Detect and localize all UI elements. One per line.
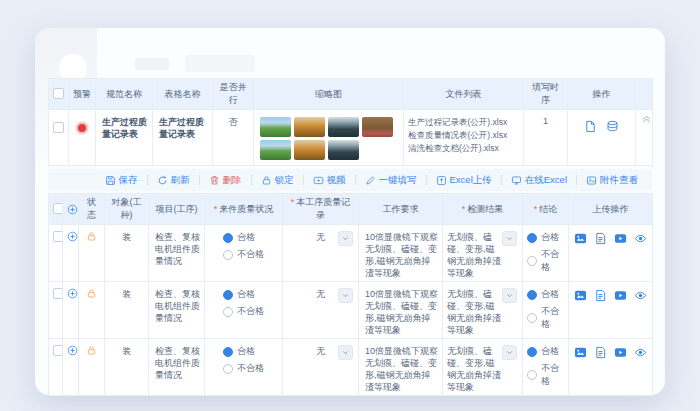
lock-status-icon <box>86 345 97 356</box>
toolbar-divider <box>576 175 577 185</box>
radio-pass[interactable]: 合格 <box>527 231 559 244</box>
upload-video-icon[interactable] <box>614 232 627 245</box>
add-row-icon[interactable] <box>67 288 78 299</box>
header-warning: 预警 <box>69 79 96 110</box>
radio-selected-icon <box>223 290 233 300</box>
preview-eye-icon[interactable] <box>634 232 647 245</box>
excel-upload-button[interactable]: Excel上传 <box>436 174 492 187</box>
radio-fail[interactable]: 不合格 <box>527 362 564 388</box>
upload-image-icon[interactable] <box>574 289 587 302</box>
thumbnail-image[interactable] <box>294 117 325 137</box>
process-record-dropdown[interactable]: 无 <box>287 288 354 302</box>
radio-pass[interactable]: 合格 <box>527 288 559 301</box>
chevron-down-icon[interactable] <box>338 345 353 360</box>
header-thumbnail: 缩略图 <box>254 79 404 110</box>
upload-image-icon[interactable] <box>574 232 587 245</box>
layers-operation-icon[interactable] <box>606 120 619 133</box>
file-link[interactable]: 清洗检查文档(公开).xlsx <box>408 142 519 155</box>
process-record-dropdown[interactable]: 无 <box>287 231 354 245</box>
radio-unselected-icon <box>527 313 537 323</box>
add-row-icon[interactable] <box>67 345 78 356</box>
conclusion-cell: 合格 不合格 <box>523 225 569 282</box>
row-checkbox[interactable] <box>53 122 64 133</box>
row-checkbox[interactable] <box>53 231 63 242</box>
chevron-down-icon[interactable] <box>338 288 353 303</box>
spec-table: 预警 规范名称 表格名称 是否并行 缩略图 文件列表 填写时序 操作 生产过程质… <box>48 78 653 166</box>
file-list-cell: 生产过程记录表(公开).xlsx 检查质量情况表(公开).xlsx 清洗检查文档… <box>404 110 524 166</box>
radio-pass[interactable]: 合格 <box>223 231 255 244</box>
thumbnail-image[interactable] <box>328 140 359 160</box>
upload-video-icon[interactable] <box>614 289 627 302</box>
video-button[interactable]: 视频 <box>313 174 346 187</box>
table-row: 装 检查、复核电机组件质量情况 合格 不合格 无 10 <box>49 282 653 339</box>
select-all-checkbox[interactable] <box>53 88 64 99</box>
radio-unselected-icon <box>223 250 233 260</box>
thumbnail-image[interactable] <box>260 140 291 160</box>
background-ghost-bar <box>185 55 255 72</box>
incoming-quality-radio-group: 合格 不合格 <box>223 345 264 375</box>
radio-fail[interactable]: 不合格 <box>223 305 264 318</box>
upload-document-icon[interactable] <box>594 346 607 359</box>
table-row: 装 检查、复核电机组件质量情况 合格 不合格 无 10 <box>49 225 653 282</box>
preview-eye-icon[interactable] <box>634 346 647 359</box>
delete-button[interactable]: 删除 <box>209 174 242 187</box>
chevron-down-icon[interactable] <box>502 288 517 303</box>
file-link[interactable]: 检查质量情况表(公开).xlsx <box>408 129 519 142</box>
attachment-view-button[interactable]: 附件查看 <box>586 174 638 187</box>
project-cell: 检查、复核电机组件质量情况 <box>149 225 205 282</box>
collapse-up-icon[interactable] <box>640 112 653 125</box>
test-result-dropdown[interactable]: 无划痕、磕碰、变形,磁钢无崩角掉渣等现象 <box>447 345 518 393</box>
refresh-button[interactable]: 刷新 <box>157 174 190 187</box>
toolbar-divider <box>251 175 252 185</box>
radio-fail[interactable]: 不合格 <box>527 248 564 274</box>
radio-pass[interactable]: 合格 <box>223 288 255 301</box>
select-all-checkbox[interactable] <box>53 203 63 214</box>
worker-type-cell: 装 <box>105 225 149 282</box>
chevron-down-icon[interactable] <box>338 231 353 246</box>
radio-selected-icon <box>223 347 233 357</box>
add-row-icon[interactable] <box>67 231 78 242</box>
header-project: 项目(工序) <box>149 194 205 225</box>
process-record-cell: 无 <box>283 225 359 282</box>
thumbnail-image[interactable] <box>260 117 291 137</box>
upload-document-icon[interactable] <box>594 232 607 245</box>
toolbar-divider <box>147 175 148 185</box>
test-result-dropdown[interactable]: 无划痕、磕碰、变形,磁钢无崩角掉渣等现象 <box>447 288 518 336</box>
add-row-icon[interactable] <box>67 204 78 215</box>
thumbnail-image[interactable] <box>294 140 325 160</box>
preview-eye-icon[interactable] <box>634 289 647 302</box>
incoming-quality-radio-group: 合格 不合格 <box>223 231 264 261</box>
thumbnail-image[interactable] <box>362 117 393 137</box>
save-button[interactable]: 保存 <box>105 174 138 187</box>
file-operation-icon[interactable] <box>584 120 597 133</box>
lock-button[interactable]: 锁定 <box>261 174 294 187</box>
radio-pass[interactable]: 合格 <box>223 345 255 358</box>
upload-document-icon[interactable] <box>594 289 607 302</box>
one-click-fill-button[interactable]: 一键填写 <box>365 174 417 187</box>
test-result-dropdown[interactable]: 无划痕、磕碰、变形,磁钢无崩角掉渣等现象 <box>447 231 518 279</box>
upload-operations-cell <box>569 225 653 282</box>
row-checkbox[interactable] <box>53 345 63 356</box>
upload-image-icon[interactable] <box>574 346 587 359</box>
upload-video-icon[interactable] <box>614 346 627 359</box>
incoming-quality-cell: 合格 不合格 <box>205 225 283 282</box>
online-excel-button[interactable]: 在线Excel <box>511 174 567 187</box>
row-checkbox[interactable] <box>53 288 63 299</box>
radio-fail[interactable]: 不合格 <box>223 248 264 261</box>
worker-type-cell: 装 <box>105 282 149 339</box>
radio-fail[interactable]: 不合格 <box>223 362 264 375</box>
header-spec-name: 规范名称 <box>96 79 153 110</box>
file-link[interactable]: 生产过程记录表(公开).xlsx <box>408 116 519 129</box>
radio-pass[interactable]: 合格 <box>527 345 559 358</box>
chevron-down-icon[interactable] <box>502 345 517 360</box>
thumbnail-image[interactable] <box>328 117 359 137</box>
radio-fail[interactable]: 不合格 <box>527 305 564 331</box>
background-ghost-bar <box>135 58 169 70</box>
upload-operations-cell <box>569 339 653 396</box>
warning-indicator-icon <box>78 124 86 132</box>
chevron-down-icon[interactable] <box>502 231 517 246</box>
table-name-cell: 生产过程质量记录表 <box>153 110 213 166</box>
header-work-requirement: 工作要求 <box>359 194 443 225</box>
radio-selected-icon <box>527 290 537 300</box>
process-record-dropdown[interactable]: 无 <box>287 345 354 359</box>
